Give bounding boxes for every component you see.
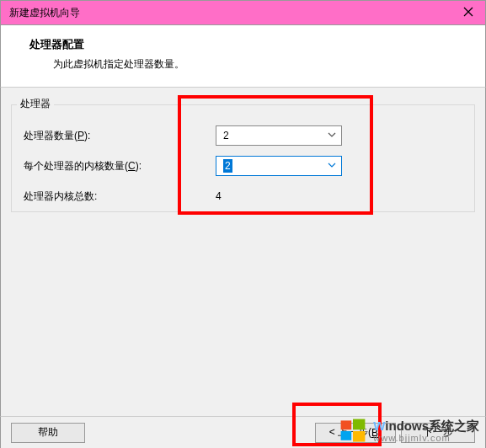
processor-count-label: 处理器数量(P): (22, 129, 216, 143)
chevron-down-icon (328, 160, 336, 172)
cores-per-processor-row: 每个处理器的内核数量(C): 2 (22, 151, 464, 181)
processors-group: 处理器 处理器数量(P): 2 每个处理器的内核数量(C): 2 (11, 104, 475, 212)
total-cores-label: 处理器内核总数: (22, 189, 216, 204)
group-title: 处理器 (17, 97, 54, 111)
cores-per-processor-dropdown[interactable]: 2 (216, 156, 342, 176)
window-title: 新建虚拟机向导 (9, 6, 80, 20)
wizard-header: 处理器配置 为此虚拟机指定处理器数量。 (0, 25, 486, 88)
total-cores-row: 处理器内核总数: 4 (22, 181, 464, 211)
close-icon (463, 5, 473, 20)
cores-per-processor-value: 2 (223, 159, 232, 173)
chevron-down-icon (328, 130, 336, 141)
processor-count-dropdown[interactable]: 2 (216, 125, 342, 146)
total-cores-value: 4 (216, 190, 222, 202)
page-subtitle: 为此虚拟机指定处理器数量。 (53, 57, 468, 72)
page-title: 处理器配置 (29, 37, 468, 52)
close-button[interactable] (458, 3, 478, 23)
next-button[interactable]: 下一步 (401, 423, 475, 443)
processor-count-row: 处理器数量(P): 2 (22, 120, 464, 151)
wizard-footer: 帮助 < 上一步(B) 下一步 (0, 416, 486, 448)
help-button[interactable]: 帮助 (11, 423, 85, 443)
wizard-content: 处理器 处理器数量(P): 2 每个处理器的内核数量(C): 2 (0, 88, 486, 428)
processor-count-value: 2 (223, 130, 229, 141)
back-button[interactable]: < 上一步(B) (315, 423, 396, 443)
cores-per-processor-label: 每个处理器的内核数量(C): (22, 159, 216, 173)
titlebar: 新建虚拟机向导 (0, 0, 486, 25)
